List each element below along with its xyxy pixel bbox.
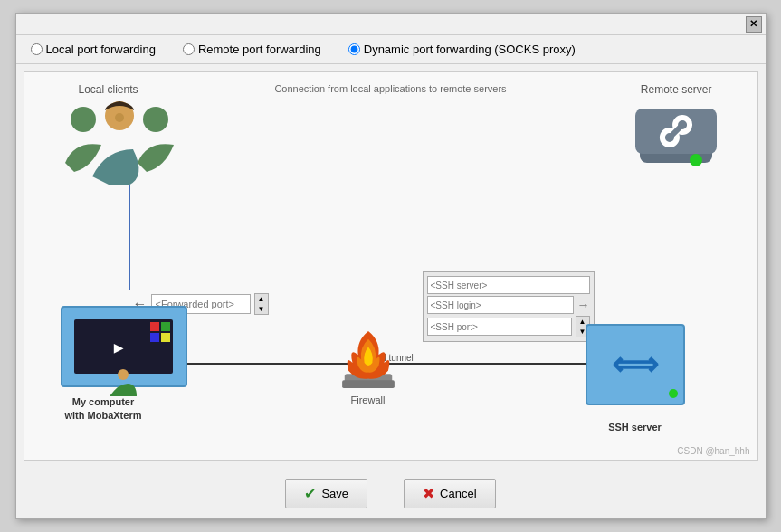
remote-server-icon: [631, 95, 721, 176]
local-port-label: Local port forwarding: [46, 43, 156, 56]
local-port-forwarding-option[interactable]: Local port forwarding: [31, 43, 156, 56]
remote-server-label: Remote server: [641, 83, 712, 96]
local-clients-label: Local clients: [79, 83, 138, 96]
my-computer-box: ▶_: [61, 306, 187, 387]
save-icon: ✔: [304, 485, 316, 502]
close-button[interactable]: ✕: [746, 16, 762, 33]
ssh-login-input[interactable]: [427, 296, 574, 314]
double-arrow-icon: ⟺: [612, 346, 659, 384]
ssh-login-row: →: [427, 296, 590, 314]
dynamic-port-label: Dynamic port forwarding (SOCKS proxy): [364, 43, 576, 56]
connection-description: Connection from local applications to re…: [274, 83, 506, 94]
ssh-server-input[interactable]: [427, 276, 590, 294]
svg-point-4: [118, 369, 129, 380]
ssh-port-input[interactable]: [427, 318, 572, 336]
local-port-radio[interactable]: [31, 43, 43, 55]
cancel-label: Cancel: [440, 487, 476, 500]
title-bar: ✕: [16, 14, 766, 35]
diagram-area: Local clients Remote server Connection f…: [24, 71, 758, 461]
firewall-icon: [337, 325, 400, 388]
firewall-label: Firewall: [323, 394, 414, 405]
remote-port-forwarding-option[interactable]: Remote port forwarding: [183, 43, 321, 56]
dynamic-port-forwarding-option[interactable]: Dynamic port forwarding (SOCKS proxy): [348, 43, 576, 56]
svg-point-12: [690, 154, 702, 166]
save-label: Save: [321, 487, 348, 500]
ssh-server-label: SSH server: [586, 422, 685, 432]
footer: ✔ Save ✖ Cancel: [16, 468, 766, 519]
status-dot: [669, 389, 678, 398]
ssh-port-row: ▲ ▼: [427, 316, 590, 337]
svg-rect-6: [342, 380, 395, 388]
ssh-server-row: [427, 276, 590, 294]
radio-bar: Local port forwarding Remote port forwar…: [16, 35, 766, 64]
local-clients-icon: [61, 100, 178, 185]
computer-user-icon: [100, 369, 146, 396]
my-computer-label: My computer with MobaXterm: [65, 395, 142, 422]
svg-point-0: [71, 107, 96, 132]
save-button[interactable]: ✔ Save: [285, 479, 367, 508]
terminal-icon: ▶_: [114, 337, 134, 356]
port-spinner-down[interactable]: ▼: [255, 304, 268, 314]
ssh-server-box: ⟺: [586, 324, 685, 405]
ssh-arrow-icon: →: [577, 298, 590, 312]
svg-point-1: [143, 107, 168, 132]
vertical-connector-line: [129, 185, 130, 290]
ssh-credentials-box: → ▲ ▼: [423, 271, 595, 342]
dynamic-port-radio[interactable]: [348, 43, 360, 55]
main-dialog: ✕ Local port forwarding Remote port forw…: [15, 13, 767, 519]
computer-screen: ▶_: [74, 319, 173, 374]
svg-point-3: [115, 113, 124, 122]
firewall-section: Firewall: [323, 325, 414, 405]
cancel-button[interactable]: ✖ Cancel: [404, 479, 495, 508]
cancel-icon: ✖: [423, 485, 434, 502]
remote-port-radio[interactable]: [183, 43, 195, 55]
port-spinner[interactable]: ▲ ▼: [254, 293, 269, 315]
watermark: CSDN @han_hhh: [677, 446, 749, 456]
port-spinner-up[interactable]: ▲: [255, 294, 268, 304]
remote-port-label: Remote port forwarding: [198, 43, 321, 56]
